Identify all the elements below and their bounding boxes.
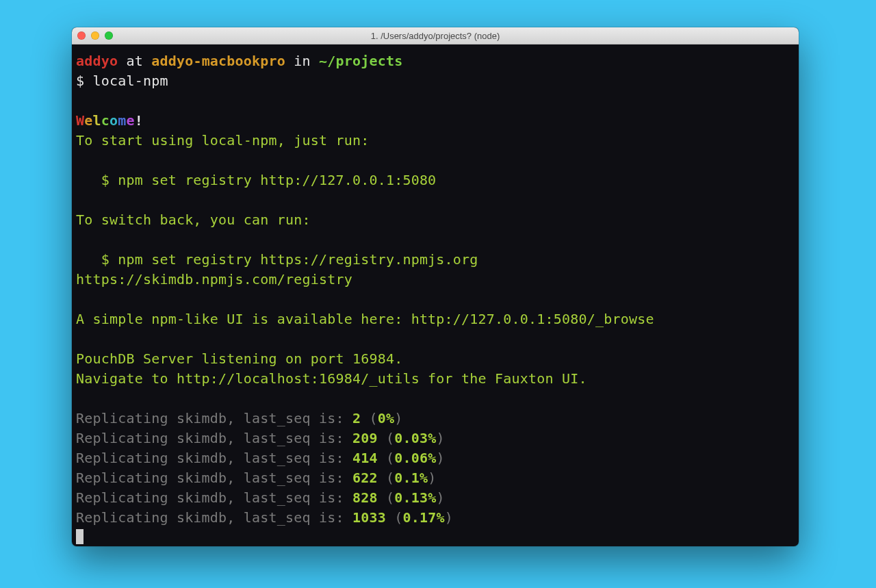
line-start-hint: To start using local-npm, just run: — [76, 132, 369, 149]
line-skimdb-url: https://skimdb.npmjs.com/registry — [76, 271, 352, 287]
cursor-icon — [76, 529, 83, 544]
prompt-at: at — [118, 53, 151, 69]
line-ui-hint: A simple npm-like UI is available here: … — [76, 311, 654, 327]
replication-seq: 828 — [352, 489, 378, 506]
welcome-banner: Welcome! — [76, 112, 143, 129]
replication-log: Replicating skimdb, last_seq is: 2 (0%)R… — [76, 409, 795, 528]
welcome-letter: m — [118, 112, 126, 129]
traffic-lights — [77, 31, 113, 40]
titlebar[interactable]: 1. /Users/addyo/projects? (node) — [72, 27, 799, 44]
paren-open: ( — [369, 410, 377, 426]
paren-open: ( — [386, 489, 394, 506]
close-icon[interactable] — [77, 31, 86, 40]
welcome-letter: ! — [135, 112, 143, 129]
paren-open: ( — [386, 470, 394, 486]
replication-line: Replicating skimdb, last_seq is: 414 (0.… — [76, 448, 795, 468]
replication-prefix: Replicating skimdb, last_seq is: — [76, 470, 352, 486]
welcome-letter: e — [127, 112, 135, 129]
window-title: 1. /Users/addyo/projects? (node) — [72, 31, 799, 41]
prompt-in: in — [285, 53, 319, 69]
prompt-host: addyo-macbookpro — [151, 53, 285, 69]
paren-open: ( — [386, 450, 394, 466]
replication-pct: 0.06% — [394, 450, 436, 466]
prompt-command: local-npm — [93, 73, 168, 89]
welcome-letter: c — [101, 112, 110, 129]
terminal-body[interactable]: addyo at addyo-macbookpro in ~/projects … — [72, 44, 799, 546]
prompt-path: ~/projects — [319, 53, 402, 69]
paren-close: ) — [436, 430, 444, 446]
replication-line: Replicating skimdb, last_seq is: 2 (0%) — [76, 409, 795, 429]
replication-seq: 209 — [352, 430, 378, 446]
welcome-letter: o — [110, 112, 118, 129]
replication-prefix: Replicating skimdb, last_seq is: — [76, 450, 352, 466]
replication-prefix: Replicating skimdb, last_seq is: — [76, 489, 352, 506]
replication-line: Replicating skimdb, last_seq is: 828 (0.… — [76, 488, 795, 508]
replication-pct: 0.13% — [394, 489, 436, 506]
prompt-dollar: $ — [76, 73, 84, 89]
line-set-remote: $ npm set registry https://registry.npmj… — [76, 251, 478, 268]
replication-pct: 0.1% — [394, 470, 428, 486]
paren-close: ) — [436, 489, 444, 506]
replication-prefix: Replicating skimdb, last_seq is: — [76, 509, 352, 526]
replication-seq: 1033 — [352, 509, 386, 526]
welcome-letter: W — [76, 112, 84, 129]
line-pouch: PouchDB Server listening on port 16984. — [76, 350, 402, 367]
replication-pct: 0.03% — [394, 430, 436, 446]
welcome-letter: l — [93, 112, 101, 129]
minimize-icon[interactable] — [91, 31, 99, 40]
line-set-local: $ npm set registry http://127.0.0.1:5080 — [76, 172, 436, 188]
replication-pct: 0% — [378, 410, 394, 426]
replication-line: Replicating skimdb, last_seq is: 622 (0.… — [76, 468, 795, 488]
replication-line: Replicating skimdb, last_seq is: 1033 (0… — [76, 508, 795, 528]
replication-prefix: Replicating skimdb, last_seq is: — [76, 410, 352, 426]
paren-open: ( — [386, 430, 394, 446]
terminal-window: 1. /Users/addyo/projects? (node) addyo a… — [72, 27, 799, 546]
replication-pct: 0.17% — [402, 509, 444, 526]
paren-close: ) — [445, 509, 453, 526]
line-switch-hint: To switch back, you can run: — [76, 212, 311, 228]
paren-close: ) — [436, 450, 444, 466]
replication-seq: 414 — [352, 450, 378, 466]
line-fauxton: Navigate to http://localhost:16984/_util… — [76, 370, 587, 387]
paren-open: ( — [394, 509, 402, 526]
paren-close: ) — [394, 410, 402, 426]
replication-prefix: Replicating skimdb, last_seq is: — [76, 430, 352, 446]
welcome-letter: e — [84, 112, 92, 129]
zoom-icon[interactable] — [105, 31, 113, 40]
paren-close: ) — [428, 470, 436, 486]
replication-seq: 622 — [352, 470, 378, 486]
replication-line: Replicating skimdb, last_seq is: 209 (0.… — [76, 429, 795, 448]
replication-seq: 2 — [352, 410, 361, 426]
prompt-user: addyo — [76, 53, 118, 69]
